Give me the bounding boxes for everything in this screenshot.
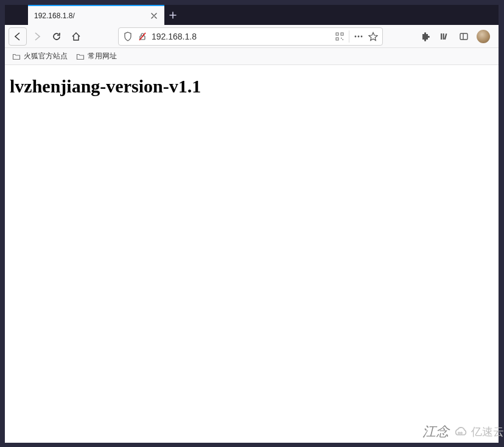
- svg-rect-4: [336, 38, 338, 40]
- navigation-toolbar: [5, 25, 499, 48]
- watermark-logo: 亿速云: [453, 424, 504, 439]
- page-content: lvzhenjiang-version-v1.1: [5, 65, 499, 443]
- page-action-menu-button[interactable]: [353, 31, 364, 42]
- bookmark-label: 火狐官方站点: [24, 51, 68, 61]
- svg-rect-3: [341, 33, 343, 35]
- qr-icon[interactable]: [334, 31, 345, 42]
- tracking-protection-icon[interactable]: [122, 31, 133, 42]
- library-button[interactable]: [435, 27, 453, 46]
- home-button[interactable]: [67, 27, 85, 46]
- sidebar-button[interactable]: [455, 27, 473, 46]
- back-button[interactable]: [9, 27, 27, 46]
- folder-icon: [12, 52, 21, 61]
- folder-icon: [76, 52, 85, 61]
- svg-rect-13: [460, 33, 467, 40]
- browser-tab[interactable]: 192.168.1.8/: [28, 5, 164, 25]
- home-icon: [71, 32, 81, 41]
- svg-rect-11: [443, 33, 444, 40]
- arrow-left-icon: [12, 31, 23, 42]
- ellipsis-icon: [354, 32, 363, 41]
- urlbar-separator: [349, 30, 349, 43]
- reload-icon: [52, 32, 61, 41]
- extension-button[interactable]: [416, 27, 434, 46]
- svg-rect-10: [441, 33, 442, 40]
- toolbar-right: [416, 27, 495, 46]
- watermark-logo-text: 亿速云: [471, 424, 504, 439]
- watermark-text: 江念: [422, 423, 449, 441]
- close-icon: [150, 12, 158, 19]
- urlbar-container: [86, 27, 415, 46]
- tab-strip: 192.168.1.8/: [5, 5, 499, 25]
- url-input[interactable]: [152, 32, 331, 41]
- new-tab-button[interactable]: [164, 5, 181, 25]
- svg-point-16: [461, 432, 463, 434]
- svg-point-8: [358, 35, 360, 37]
- insecure-connection-icon[interactable]: [137, 31, 148, 42]
- forward-button[interactable]: [28, 27, 46, 46]
- svg-rect-2: [336, 33, 338, 35]
- page-heading: lvzhenjiang-version-v1.1: [10, 76, 494, 97]
- watermark: 江念 亿速云: [422, 423, 504, 441]
- bookmark-label: 常用网址: [88, 51, 117, 61]
- plus-icon: [169, 11, 177, 19]
- svg-rect-12: [444, 33, 447, 39]
- tab-title: 192.168.1.8/: [34, 12, 150, 20]
- avatar: [477, 30, 490, 43]
- tab-strip-spacer: [5, 5, 28, 25]
- svg-point-15: [458, 432, 460, 434]
- urlbar[interactable]: [118, 27, 383, 46]
- reload-button[interactable]: [47, 27, 66, 46]
- library-icon: [439, 32, 449, 41]
- puzzle-icon: [420, 32, 430, 41]
- browser-window: 192.168.1.8/: [5, 5, 499, 443]
- svg-point-7: [355, 35, 357, 37]
- bookmarks-toolbar: 火狐官方站点 常用网址: [5, 48, 499, 65]
- svg-rect-6: [343, 39, 344, 40]
- bookmark-common-urls[interactable]: 常用网址: [76, 51, 117, 61]
- arrow-right-icon: [32, 31, 43, 42]
- profile-button[interactable]: [474, 27, 492, 46]
- sidebar-icon: [459, 32, 469, 41]
- svg-point-9: [361, 35, 363, 37]
- bookmark-firefox-official[interactable]: 火狐官方站点: [12, 51, 68, 61]
- close-tab-button[interactable]: [150, 12, 158, 20]
- star-icon: [368, 32, 378, 41]
- cloud-icon: [453, 426, 469, 438]
- bookmark-star-button[interactable]: [368, 31, 379, 42]
- svg-rect-5: [341, 38, 342, 39]
